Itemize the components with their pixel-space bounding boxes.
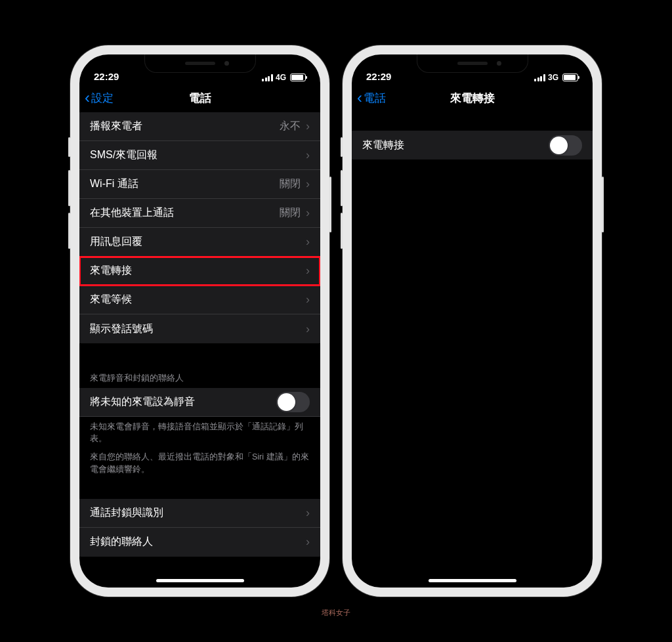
settings-list[interactable]: 來電轉接 bbox=[352, 112, 593, 574]
home-indicator[interactable] bbox=[429, 579, 516, 582]
row-show-caller-id[interactable]: 顯示發話號碼 › bbox=[79, 314, 320, 343]
chevron-right-icon: › bbox=[306, 322, 310, 336]
status-time: 22:29 bbox=[94, 71, 133, 82]
chevron-right-icon: › bbox=[306, 535, 310, 549]
signal-icon bbox=[534, 74, 545, 81]
chevron-right-icon: › bbox=[306, 119, 310, 133]
row-silence-unknown[interactable]: 將未知的來電設為靜音 bbox=[79, 388, 320, 417]
group-footer-silence2: 來自您的聯絡人、最近撥出電話的對象和「Siri 建議」的來電會繼續響鈴。 bbox=[79, 447, 320, 477]
network-label: 3G bbox=[548, 73, 558, 82]
chevron-right-icon: › bbox=[306, 148, 310, 162]
battery-icon bbox=[290, 74, 306, 81]
row-calls-other-devices[interactable]: 在其他裝置上通話 關閉 › bbox=[79, 199, 320, 228]
chevron-left-icon: ‹ bbox=[85, 90, 90, 106]
group-header-silence: 來電靜音和封鎖的聯絡人 bbox=[79, 364, 320, 388]
settings-list[interactable]: 播報來電者 永不 › SMS/來電回報 › Wi-Fi 通話 關閉 › 在其他裝… bbox=[79, 112, 320, 574]
row-call-blocking-id[interactable]: 通話封鎖與識別 › bbox=[79, 499, 320, 528]
watermark: 塔科女子 bbox=[322, 608, 350, 618]
toggle-silence-unknown[interactable] bbox=[276, 392, 310, 412]
row-call-forwarding[interactable]: 來電轉接 › bbox=[79, 257, 320, 286]
page-title: 來電轉接 bbox=[450, 91, 495, 106]
toggle-call-forwarding[interactable] bbox=[549, 135, 582, 156]
row-blocked-contacts[interactable]: 封鎖的聯絡人 › bbox=[79, 528, 320, 557]
row-announce-calls[interactable]: 播報來電者 永不 › bbox=[79, 112, 320, 141]
group-footer-silence1: 未知來電會靜音，轉接語音信箱並顯示於「通話記錄」列表。 bbox=[79, 417, 320, 447]
row-wifi-calling[interactable]: Wi-Fi 通話 關閉 › bbox=[79, 170, 320, 199]
back-label: 設定 bbox=[91, 91, 114, 106]
chevron-right-icon: › bbox=[306, 206, 310, 220]
row-call-forwarding-toggle[interactable]: 來電轉接 bbox=[352, 131, 593, 160]
screen-call-forwarding: 22:29 3G ‹ 電話 來電轉接 來電轉接 bbox=[352, 54, 593, 588]
chevron-right-icon: › bbox=[306, 235, 310, 249]
page-title: 電話 bbox=[189, 91, 211, 106]
screen-phone-settings: 22:29 4G ‹ 設定 電話 播報來電者 永不 › bbox=[79, 54, 320, 588]
status-time: 22:29 bbox=[366, 71, 406, 82]
row-call-waiting[interactable]: 來電等候 › bbox=[79, 286, 320, 314]
row-sms-report[interactable]: SMS/來電回報 › bbox=[79, 141, 320, 170]
chevron-right-icon: › bbox=[306, 293, 310, 307]
home-indicator[interactable] bbox=[156, 579, 244, 582]
battery-icon bbox=[562, 74, 578, 81]
phone-frame-left: 22:29 4G ‹ 設定 電話 播報來電者 永不 › bbox=[70, 45, 329, 597]
back-button[interactable]: ‹ 設定 bbox=[85, 90, 114, 106]
network-label: 4G bbox=[276, 73, 286, 82]
chevron-right-icon: › bbox=[306, 264, 310, 278]
phone-frame-right: 22:29 3G ‹ 電話 來電轉接 來電轉接 bbox=[343, 45, 602, 597]
signal-icon bbox=[262, 74, 273, 81]
back-button[interactable]: ‹ 電話 bbox=[357, 90, 386, 106]
nav-bar: ‹ 設定 電話 bbox=[79, 83, 320, 112]
nav-bar: ‹ 電話 來電轉接 bbox=[352, 83, 593, 112]
row-respond-with-text[interactable]: 用訊息回覆 › bbox=[79, 228, 320, 257]
chevron-left-icon: ‹ bbox=[357, 90, 362, 106]
chevron-right-icon: › bbox=[306, 506, 310, 520]
chevron-right-icon: › bbox=[306, 177, 310, 191]
back-label: 電話 bbox=[364, 91, 386, 106]
